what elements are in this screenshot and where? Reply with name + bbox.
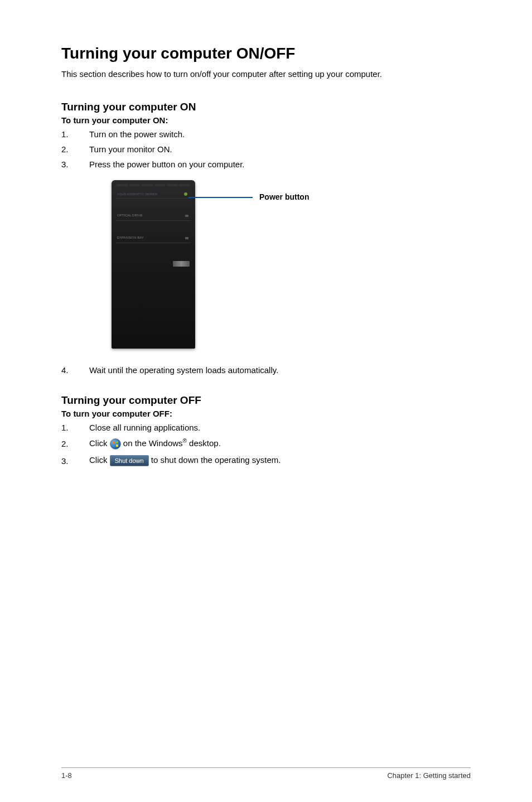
tower-slot bbox=[116, 243, 191, 243]
step-text: Turn on the power switch. bbox=[89, 129, 185, 139]
step-number: 3. bbox=[61, 160, 89, 169]
tower-label-expansion: EXPANSION BAY bbox=[117, 236, 144, 239]
step-number: 4. bbox=[61, 365, 89, 375]
subheading-on: To turn your computer ON: bbox=[61, 115, 471, 125]
step-number: 2. bbox=[61, 144, 89, 154]
tower-slot bbox=[116, 220, 191, 221]
tower-slot bbox=[116, 198, 191, 199]
tower-vents bbox=[117, 182, 190, 188]
chapter-label: Chapter 1: Getting started bbox=[387, 771, 471, 780]
steps-on-list: 1. Turn on the power switch. 2. Turn you… bbox=[61, 129, 471, 169]
figure-power-button: ASUS ESSENTIO SERIES OPTICAL DRIVE EXPAN… bbox=[112, 180, 471, 349]
page-title: Turning your computer ON/OFF bbox=[61, 45, 471, 62]
step-text-pre: Click bbox=[89, 455, 110, 465]
registered-mark: ® bbox=[183, 438, 187, 444]
windows-start-icon bbox=[110, 438, 121, 450]
eject-icon bbox=[185, 237, 188, 239]
page-number: 1-8 bbox=[61, 771, 72, 780]
callout-label: Power button bbox=[259, 192, 309, 201]
step-text: Close all running applications. bbox=[89, 423, 200, 432]
step-on-3: 3. Press the power button on your comput… bbox=[61, 160, 471, 169]
step-text-post-b: desktop. bbox=[187, 438, 221, 448]
computer-tower-illustration: ASUS ESSENTIO SERIES OPTICAL DRIVE EXPAN… bbox=[112, 180, 195, 349]
eject-icon bbox=[185, 215, 188, 217]
step-on-4: 4. Wait until the operating system loads… bbox=[61, 365, 471, 375]
callout-line bbox=[188, 197, 253, 198]
steps-off-list: 1. Close all running applications. 2. Cl… bbox=[61, 423, 471, 466]
step-number: 1. bbox=[61, 129, 89, 139]
step-text: Press the power button on your computer. bbox=[89, 160, 245, 169]
step-off-2: 2. Click on the Windows® desktop. bbox=[61, 438, 471, 450]
step-text: Turn your monitor ON. bbox=[89, 144, 172, 154]
step-text: Click Shut down to shut down the operati… bbox=[89, 455, 280, 466]
step-text-pre: Click bbox=[89, 438, 110, 448]
step-text-post-a: on the Windows bbox=[123, 438, 183, 448]
step-text-post: to shut down the operating system. bbox=[151, 455, 281, 465]
tower-label-optical: OPTICAL DRIVE bbox=[117, 214, 142, 217]
shutdown-button-icon: Shut down bbox=[110, 455, 149, 466]
intro-paragraph: This section describes how to turn on/of… bbox=[61, 69, 471, 79]
subheading-off: To turn your computer OFF: bbox=[61, 409, 471, 418]
power-button-icon bbox=[184, 192, 187, 196]
front-ports-icon bbox=[173, 261, 190, 267]
steps-on-list-continued: 4. Wait until the operating system loads… bbox=[61, 365, 471, 375]
section-heading-off: Turning your computer OFF bbox=[61, 394, 471, 407]
section-heading-on: Turning your computer ON bbox=[61, 101, 471, 113]
step-text: Wait until the operating system loads au… bbox=[89, 365, 278, 375]
page-footer: 1-8 Chapter 1: Getting started bbox=[61, 767, 471, 780]
step-text: Click on the Windows® desktop. bbox=[89, 438, 221, 450]
step-number: 3. bbox=[61, 456, 89, 466]
step-on-1: 1. Turn on the power switch. bbox=[61, 129, 471, 139]
step-number: 2. bbox=[61, 439, 89, 448]
step-off-1: 1. Close all running applications. bbox=[61, 423, 471, 432]
step-off-3: 3. Click Shut down to shut down the oper… bbox=[61, 455, 471, 466]
tower-label-series: ASUS ESSENTIO SERIES bbox=[117, 192, 157, 196]
step-on-2: 2. Turn your monitor ON. bbox=[61, 144, 471, 154]
step-number: 1. bbox=[61, 423, 89, 432]
